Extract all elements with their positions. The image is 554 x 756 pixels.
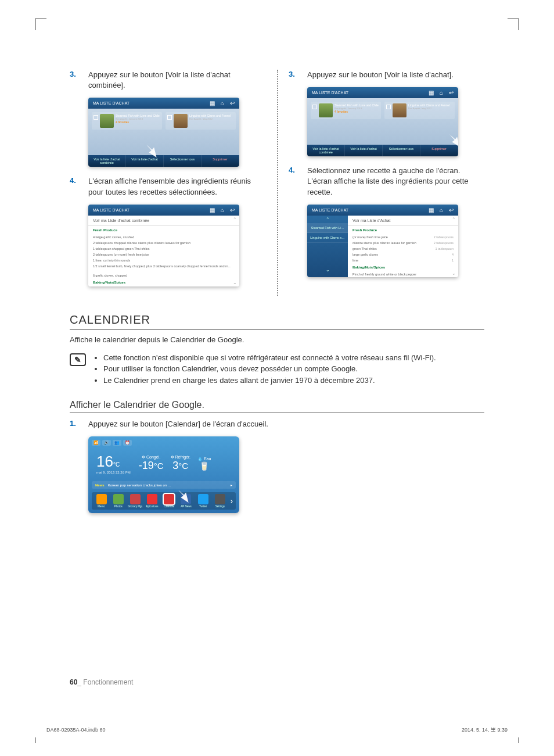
checkbox-icon[interactable] (312, 105, 317, 109)
recipe-card[interactable]: Steamed Fish with Lime and Chile Bon App… (92, 112, 162, 130)
app-memo[interactable]: Memo (93, 494, 109, 508)
recipe-meta: 4 favorites (334, 110, 379, 113)
date-label: mai 9, 2013 22:26 PM (96, 471, 131, 474)
category-label: Fresh Produce (348, 226, 458, 234)
crop-mark (508, 19, 519, 30)
screenshot-home: 📶🔊👥⏰ 16°C mai 9, 2013 22:26 PM ❄ Congél.… (88, 436, 239, 513)
screenshot-title: MA LISTE D'ACHAT (93, 208, 129, 212)
note-item: Le Calendrier prend en charge les dates … (103, 375, 436, 386)
crop-mark (35, 19, 46, 30)
app-photos[interactable]: Photos (110, 494, 126, 508)
dock-next-icon[interactable]: › (229, 496, 234, 506)
section-heading: CALENDRIER (70, 313, 484, 329)
delete-button[interactable]: Supprimer (202, 155, 239, 167)
ingredient-row: lime1 (348, 257, 458, 263)
header-icons: ▦⌂↩ (429, 89, 454, 96)
water-widget[interactable]: 💧 Eau🥛 (197, 457, 211, 471)
view-combined-button[interactable]: Voir la liste d'achat combinée (88, 155, 126, 167)
recipe-card[interactable]: Steamed Fish with Lime and Chile Bon App… (311, 102, 381, 119)
view-list-button[interactable]: Voir la liste d'achat (345, 145, 383, 156)
recipe-thumb (319, 103, 333, 117)
checkbox-icon[interactable] (386, 105, 391, 109)
note-icon: ✎ (70, 353, 86, 366)
ingredient-item: 2 tablespoons (or more) fresh lime juice (88, 252, 239, 257)
ingredient-row: Pinch of freshly ground white or black p… (348, 271, 458, 277)
scroll-down-icon[interactable]: ⌄ (307, 266, 348, 274)
screenshot-title: MA LISTE D'ACHAT (312, 91, 348, 95)
step-number: 3. (70, 70, 80, 91)
ingredient-item: 1/2 small fennel bulb, finely chopped, p… (88, 263, 239, 269)
step-text: Appuyez sur le bouton [Voir la liste d'a… (88, 70, 265, 91)
app-news[interactable]: AP News (178, 494, 194, 508)
checkbox-icon[interactable] (167, 115, 172, 120)
header-icons: ▦⌂↩ (429, 207, 454, 213)
recipe-card[interactable]: Linguine with Clams and Fennel Bon Appét… (166, 112, 236, 130)
subsection-heading: Afficher le Calendrier de Google. (70, 400, 484, 413)
category-label: Fresh Produce (88, 226, 239, 234)
screenshot-shopping-list: MA LISTE D'ACHAT ▦⌂↩ Steamed Fish with L… (307, 87, 458, 156)
section-description: Affiche le calendrier depuis le Calendri… (70, 335, 484, 344)
step-number: 3. (289, 70, 299, 80)
screenshot-combined-list: MA LISTE D'ACHAT ▦⌂↩ Voir ma Liste d'ach… (88, 205, 239, 286)
select-all-button[interactable]: Sélectionner tous (164, 155, 202, 167)
news-ticker[interactable]: News Korean pop sensation cracks jokes o… (92, 481, 236, 489)
sidebar-recipe-item[interactable]: Linguine with Clams a… (307, 233, 348, 243)
step-text: Appuyez sur le bouton [Voir la liste d'a… (307, 70, 454, 80)
ingredient-row: cilantro stems plus cilantro leaves for … (348, 240, 458, 246)
fridge-widget[interactable]: ❄ Réfrigér.3°C (171, 455, 190, 472)
app-dock: Memo Photos Grocery Mgr. Epicurious Cale… (92, 492, 236, 510)
recipe-thumb (393, 103, 406, 117)
note-item: Pour utiliser la fonction Calendrier, vo… (103, 363, 436, 375)
step-text: Sélectionnez une recette à gauche de l'é… (307, 166, 484, 198)
ingredient-row: (or more) fresh lime juice2 tablespoons (348, 234, 458, 240)
screenshot-recipe-list: MA LISTE D'ACHAT ▦⌂↩ ⌃ Steamed Fish with… (307, 205, 458, 277)
step-text: L'écran affiche l'ensemble des ingrédien… (88, 176, 265, 197)
freezer-widget[interactable]: ❄ Congél.-19°C (139, 455, 164, 472)
column-divider (277, 70, 278, 296)
note-item: Cette fonction n'est disponible que si v… (103, 352, 436, 364)
step-number: 1. (70, 419, 80, 429)
view-combined-button[interactable]: Voir la liste d'achat combinée (307, 145, 345, 156)
header-icons: ▦⌂↩ (210, 207, 235, 213)
app-grocery[interactable]: Grocery Mgr. (127, 494, 143, 508)
app-twitter[interactable]: Twitter (195, 494, 211, 508)
screenshot-title: MA LISTE D'ACHAT (312, 208, 348, 212)
step-number: 4. (289, 166, 299, 198)
recipe-source: Bon Appétit, May 2012 (189, 117, 231, 120)
app-settings[interactable]: Settings (212, 494, 228, 508)
ingredient-item: 1 lime, cut into thin rounds (88, 257, 239, 263)
ingredient-row: green Thai chiles1 tablespoon (348, 246, 458, 252)
ingredient-item: 4 large garlic cloves, crushed (88, 234, 239, 240)
app-calendar[interactable]: Calendar (161, 494, 177, 508)
delete-button[interactable]: Supprimer (420, 145, 458, 156)
select-all-button[interactable]: Sélectionner tous (383, 145, 420, 156)
recipe-thumb (100, 114, 114, 128)
sidebar-recipe-item[interactable]: Steamed Fish with Li… (307, 223, 348, 233)
step-text: Appuyez sur le bouton [Calendar] de l'éc… (88, 419, 268, 429)
ingredient-row: large garlic cloves4 (348, 252, 458, 257)
page-footer: 60_ Fonctionnement (70, 678, 133, 686)
recipe-card[interactable]: Linguine with Clams and Fennel Bon Appét… (384, 102, 455, 119)
app-epicurious[interactable]: Epicurious (145, 494, 160, 508)
category-label: Baking/Nuts/Spices (348, 263, 458, 271)
recipe-thumb (174, 114, 188, 128)
ingredient-item: 2 tablespoons chopped cilantro stems plu… (88, 240, 239, 246)
crop-mark (508, 737, 519, 743)
view-list-button[interactable]: Voir la liste d'achat (126, 155, 164, 167)
recipe-meta: 4 favorites (116, 120, 160, 124)
ingredient-item: 6 garlic cloves, chopped (88, 273, 239, 278)
recipe-source: Bon Appétit, May 2012 (408, 107, 449, 110)
scroll-up-icon[interactable]: ⌃ (307, 216, 348, 223)
screenshot-shopping-list: MA LISTE D'ACHAT ▦⌂↩ Steamed Fish with L… (88, 98, 239, 167)
crop-mark (35, 737, 46, 743)
category-label: Baking/Nuts/Spices (88, 278, 239, 286)
step-number: 4. (70, 176, 80, 197)
status-bar: 📶🔊👥⏰ (92, 440, 236, 446)
screenshot-title: MA LISTE D'ACHAT (93, 101, 129, 105)
weather-temp: 16°C (96, 453, 131, 471)
print-mark: DA68-02935A-04.indb 60 2014. 5. 14. 뽀 9… (46, 727, 508, 733)
list-heading: Voir ma Liste d'Achat (348, 216, 458, 226)
header-icons: ▦⌂↩ (210, 100, 235, 106)
list-heading: Voir ma Liste d'achat combinée (88, 216, 239, 226)
checkbox-icon[interactable] (93, 115, 98, 120)
